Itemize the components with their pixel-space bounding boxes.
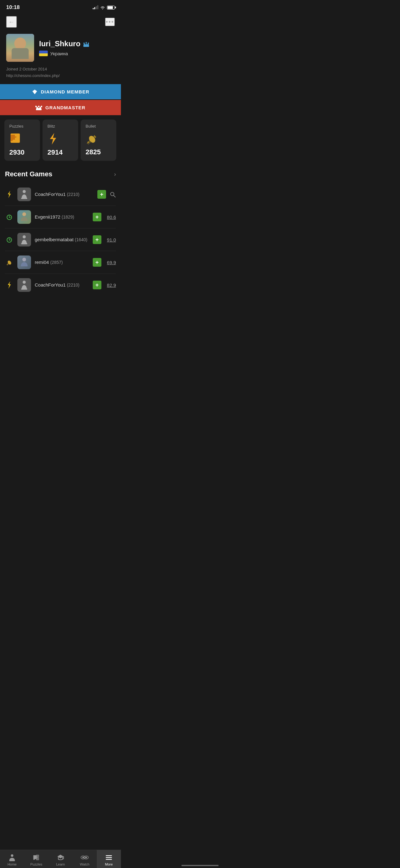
- stats-section: Puzzles 2930 Blitz: [0, 115, 121, 165]
- svg-point-42: [22, 258, 26, 261]
- svg-rect-25: [21, 198, 27, 199]
- status-time: 10:18: [6, 4, 20, 10]
- opponent-avatar: [18, 278, 31, 292]
- opponent-name: CoachForYou1 (2210): [35, 191, 79, 197]
- game-row[interactable]: CoachForYou1 (2210) + 82.9: [5, 274, 116, 296]
- country-flag: [39, 51, 48, 56]
- recent-games-header: Recent Games ›: [5, 170, 116, 178]
- game-row[interactable]: remi04 (2857) + 69.9: [5, 251, 116, 274]
- crown-icon: [83, 40, 90, 48]
- game-row[interactable]: Evgenii1972 (1829) + 80.6: [5, 206, 116, 228]
- svg-point-36: [9, 239, 10, 240]
- opponent-info: Evgenii1972 (1829): [35, 214, 89, 220]
- svg-point-32: [22, 212, 26, 216]
- stat-card-puzzles[interactable]: Puzzles 2930: [4, 120, 40, 161]
- svg-rect-1: [84, 46, 89, 47]
- opponent-info: CoachForYou1 (2210): [35, 191, 94, 197]
- battery-icon: [107, 6, 115, 10]
- svg-rect-45: [21, 288, 27, 290]
- nav-bar: ← •••: [0, 13, 121, 31]
- add-game-button[interactable]: +: [93, 213, 101, 221]
- svg-point-11: [38, 106, 40, 107]
- game-actions: + 69.9: [93, 258, 116, 267]
- stats-row: Puzzles 2930 Blitz: [4, 120, 116, 161]
- grandmaster-crown-icon: [35, 104, 42, 111]
- game-row[interactable]: CoachForYou1 (2210) +: [5, 183, 116, 206]
- puzzle-icon: [9, 132, 35, 145]
- recent-games-section: Recent Games › CoachForYou1 (2210) +: [0, 165, 121, 296]
- svg-line-27: [114, 195, 116, 197]
- accuracy-value[interactable]: 80.6: [105, 215, 116, 220]
- search-game-icon[interactable]: [110, 191, 116, 198]
- opponent-info: CoachForYou1 (2210): [35, 282, 89, 288]
- opponent-info: remi04 (2857): [35, 259, 89, 265]
- opponent-name: Evgenii1972 (1829): [35, 214, 74, 219]
- options-button[interactable]: •••: [105, 18, 115, 26]
- signal-icon: [93, 6, 98, 9]
- stat-card-bullet[interactable]: Bullet 2825: [80, 120, 116, 161]
- opponent-info: gembelbermatabat (1640): [35, 237, 89, 243]
- opponent-name: remi04 (2857): [35, 259, 63, 265]
- add-game-button[interactable]: +: [97, 190, 106, 199]
- game-row[interactable]: gembelbermatabat (1640) + 91.0: [5, 228, 116, 251]
- status-icons: [93, 5, 115, 10]
- svg-marker-19: [50, 133, 56, 145]
- country-name: Украина: [50, 51, 68, 56]
- game-actions: + 82.9: [93, 281, 116, 289]
- game-type-rapid: [5, 237, 14, 243]
- svg-point-39: [7, 260, 12, 266]
- joined-date: Joined 2 October 2014: [6, 67, 115, 71]
- game-actions: + 80.6: [93, 213, 116, 221]
- accuracy-value[interactable]: 82.9: [105, 282, 116, 288]
- stat-label-blitz: Blitz: [47, 124, 73, 128]
- diamond-icon: [32, 89, 38, 95]
- svg-rect-9: [36, 109, 41, 110]
- svg-point-2: [84, 42, 85, 44]
- game-type-rapid: [5, 214, 14, 220]
- svg-rect-38: [21, 243, 27, 244]
- game-type-blitz: [5, 281, 14, 289]
- game-actions: +: [97, 190, 116, 199]
- accuracy-value[interactable]: 69.9: [105, 260, 116, 265]
- svg-point-4: [88, 42, 89, 44]
- svg-point-37: [23, 235, 26, 239]
- opponent-avatar: [18, 187, 31, 201]
- profile-info: Iuri_Shkuro Украина: [39, 39, 115, 56]
- wifi-icon: [100, 5, 105, 10]
- status-bar: 10:18: [0, 0, 121, 13]
- avatar: [6, 34, 34, 62]
- add-game-button[interactable]: +: [93, 258, 101, 267]
- back-button[interactable]: ←: [6, 16, 17, 28]
- profile-section: Iuri_Shkuro Украина: [0, 31, 121, 84]
- game-type-bullet: [5, 259, 14, 266]
- accuracy-value[interactable]: 91.0: [105, 237, 116, 243]
- game-actions: + 91.0: [93, 235, 116, 244]
- game-type-blitz: [5, 190, 14, 198]
- stat-label-bullet: Bullet: [86, 124, 111, 128]
- svg-point-44: [23, 281, 26, 284]
- svg-point-10: [35, 106, 37, 107]
- opponent-avatar: [18, 210, 31, 224]
- stat-label-puzzles: Puzzles: [9, 124, 35, 128]
- stat-card-blitz[interactable]: Blitz 2914: [42, 120, 78, 161]
- opponent-name: gembelbermatabat (1640): [35, 237, 88, 242]
- add-game-button[interactable]: +: [93, 235, 101, 244]
- diamond-member-banner[interactable]: DIAMOND MEMBER: [0, 84, 121, 99]
- svg-marker-23: [8, 191, 11, 198]
- grandmaster-label: GRANDMASTER: [45, 105, 85, 110]
- stat-value-blitz: 2914: [47, 148, 73, 156]
- stat-value-puzzles: 2930: [9, 148, 35, 156]
- diamond-member-label: DIAMOND MEMBER: [41, 89, 90, 94]
- stat-value-bullet: 2825: [86, 148, 111, 156]
- recent-games-chevron[interactable]: ›: [114, 171, 116, 178]
- blitz-icon: [47, 132, 73, 145]
- bullet-icon: [86, 132, 111, 145]
- website-link[interactable]: http://chessno.com/index.php/: [6, 73, 115, 78]
- add-game-button[interactable]: +: [93, 281, 101, 289]
- svg-point-3: [86, 42, 87, 43]
- recent-games-title: Recent Games: [5, 170, 53, 178]
- svg-point-12: [41, 106, 42, 107]
- svg-marker-43: [8, 281, 11, 289]
- grandmaster-banner[interactable]: GRANDMASTER: [0, 100, 121, 115]
- svg-marker-5: [33, 90, 37, 94]
